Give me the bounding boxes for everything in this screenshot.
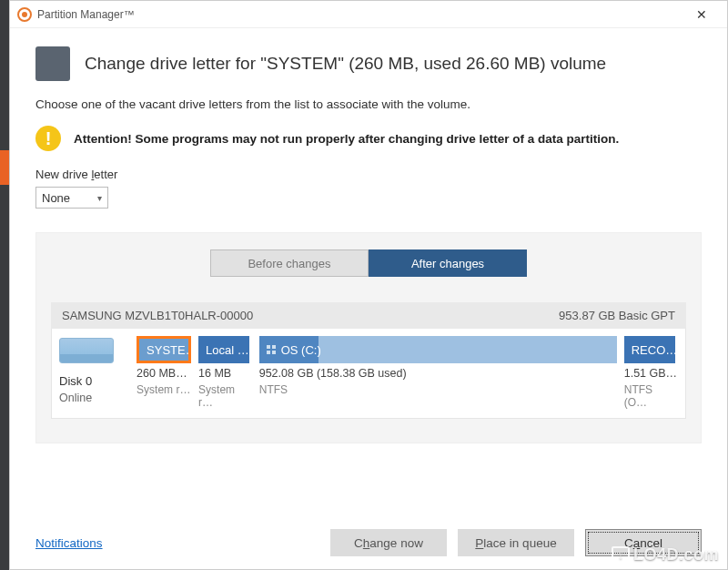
partition-bar-system: SYSTE… (136, 336, 191, 363)
preview-tabs: Before changes After changes (51, 249, 686, 277)
volume-icon (35, 46, 70, 81)
disk-capacity: 953.87 GB Basic GPT (559, 309, 675, 322)
disk-number: Disk 0 (59, 374, 129, 388)
chevron-down-icon: ▾ (97, 193, 102, 203)
place-in-queue-button[interactable]: Place in queue (458, 529, 574, 556)
partition-fs: NTFS (O… (624, 383, 678, 409)
close-button[interactable]: ✕ (683, 7, 720, 22)
partition-size: 952.08 GB (158.38 GB used) (259, 367, 617, 380)
partition-recovery[interactable]: RECO… 1.51 GB… NTFS (O… (624, 336, 678, 409)
watermark-text: LO4D.com (633, 545, 719, 565)
disk-status: Online (59, 392, 129, 404)
tab-after-changes[interactable]: After changes (369, 249, 527, 277)
dialog-window: Partition Manager™ ✕ Change drive letter… (9, 0, 728, 570)
dialog-content: Change drive letter for "SYSTEM" (260 MB… (10, 28, 727, 569)
dialog-footer: Notifications Change now Place in queue … (35, 525, 702, 556)
download-icon: ↓ (612, 546, 630, 565)
titlebar: Partition Manager™ ✕ (10, 1, 727, 28)
partition-fs: System r… (136, 383, 191, 396)
drive-letter-value: None (42, 191, 70, 205)
partition-size: 16 MB (198, 367, 252, 380)
attention-banner: ! Attention! Some programs may not run p… (35, 126, 702, 151)
partition-size: 1.51 GB… (624, 367, 678, 380)
watermark: ↓ LO4D.com (612, 545, 719, 565)
app-icon (17, 7, 32, 22)
partition-system[interactable]: SYSTE… 260 MB… System r… (136, 336, 191, 409)
disk-icon (59, 338, 114, 363)
dialog-subheading: Choose one of the vacant drive letters f… (35, 97, 702, 111)
preview-panel: Before changes After changes SAMSUNG MZV… (35, 232, 702, 443)
notifications-link[interactable]: Notifications (35, 536, 103, 550)
disk-model: SAMSUNG MZVLB1T0HALR-00000 (62, 309, 253, 322)
partition-os[interactable]: OS (C:) 952.08 GB (158.38 GB used) NTFS (259, 336, 617, 409)
attention-text: Attention! Some programs may not run pro… (74, 132, 619, 146)
heading-row: Change drive letter for "SYSTEM" (260 MB… (35, 46, 702, 81)
partition-fs: NTFS (259, 383, 617, 396)
change-now-button[interactable]: Change now (330, 529, 447, 556)
dialog-heading: Change drive letter for "SYSTEM" (260 MB… (85, 54, 606, 74)
partition-local[interactable]: Local … 16 MB System r… (198, 336, 252, 409)
partition-fs: System r… (198, 383, 252, 409)
disk-header: SAMSUNG MZVLB1T0HALR-00000 953.87 GB Bas… (51, 302, 686, 329)
drive-letter-dropdown[interactable]: None ▾ (35, 187, 108, 209)
window-title: Partition Manager™ (37, 8, 135, 21)
partition-bar-local: Local … (198, 336, 249, 363)
partition-bar-recovery: RECO… (624, 336, 675, 363)
partition-bar-os: OS (C:) (259, 336, 617, 363)
drive-letter-label: New drive letter (35, 168, 702, 181)
warning-icon: ! (35, 126, 61, 151)
partition-size: 260 MB… (136, 367, 191, 380)
windows-icon (267, 345, 281, 354)
disk-body: Disk 0 Online SYSTE… 260 MB… System r… L… (51, 329, 686, 419)
tab-before-changes[interactable]: Before changes (210, 249, 369, 277)
disk-summary: Disk 0 Online (59, 336, 129, 409)
